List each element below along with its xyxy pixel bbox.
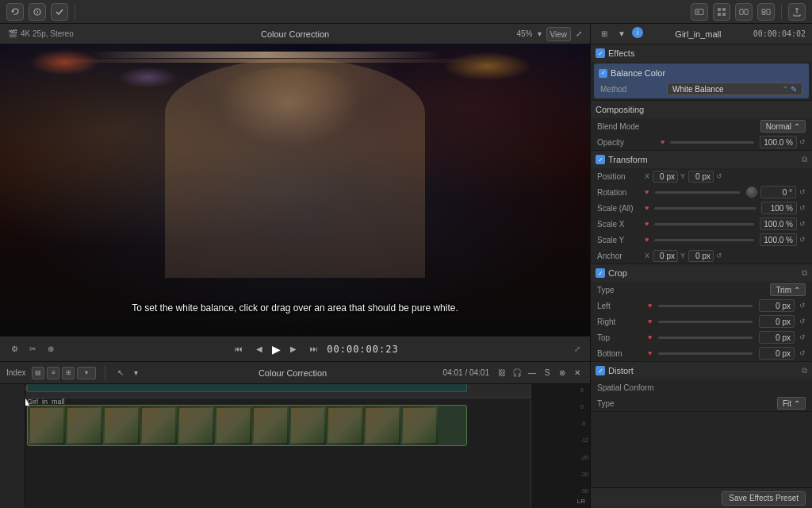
anchor-reset[interactable]: ↺: [716, 252, 722, 260]
effects-section-header[interactable]: ✓ Effects: [591, 44, 812, 62]
crop-bottom-value[interactable]: 0 px: [759, 347, 795, 360]
rotation-reset[interactable]: ↺: [799, 188, 806, 196]
anchor-x-value[interactable]: 0 px: [653, 250, 678, 262]
expand-icon[interactable]: ⤢: [576, 29, 582, 38]
play-button[interactable]: ▶: [272, 343, 281, 356]
scale-y-slider[interactable]: [654, 239, 754, 241]
clip-list-button[interactable]: ≡: [47, 367, 59, 379]
crop-right-slider[interactable]: [658, 321, 753, 323]
crop-top-slider[interactable]: [658, 337, 753, 339]
scale-all-slider[interactable]: [654, 207, 756, 210]
opacity-value[interactable]: 100.0 %: [760, 136, 797, 148]
crop-type-dropdown[interactable]: Trim ⌃: [770, 283, 806, 296]
scale-y-value[interactable]: 100.0 %: [760, 233, 797, 246]
effects-checkbox[interactable]: ✓: [596, 48, 605, 58]
scale-y-reset[interactable]: ↺: [799, 236, 806, 244]
go-start-button[interactable]: ⏮: [231, 341, 247, 357]
clip-size-button[interactable]: ▾: [77, 367, 96, 379]
transform-checkbox[interactable]: ✓: [596, 155, 605, 164]
index-button[interactable]: Index: [6, 368, 25, 377]
crop-checkbox[interactable]: ✓: [596, 268, 605, 278]
crop-left-reset[interactable]: ↺: [799, 302, 806, 310]
compositing-section-header[interactable]: Compositing: [591, 101, 812, 118]
eyedropper-icon[interactable]: ✎: [791, 85, 797, 94]
audio-track[interactable]: [27, 384, 467, 392]
rotation-slider[interactable]: [655, 191, 740, 194]
go-end-button[interactable]: ⏭: [306, 341, 322, 357]
mute-button[interactable]: —: [526, 367, 538, 379]
opacity-reset-icon[interactable]: ↺: [799, 138, 806, 146]
step-forward-button[interactable]: ▶: [285, 341, 301, 357]
chain-button[interactable]: ⛓: [496, 367, 508, 379]
layout2-button[interactable]: [757, 3, 775, 21]
position-reset[interactable]: ↺: [716, 172, 722, 180]
scale-x-value[interactable]: 100.0 %: [760, 217, 797, 230]
share-button[interactable]: [788, 3, 806, 21]
viewer-button[interactable]: [691, 3, 708, 21]
clip-grid-button[interactable]: ⊞: [62, 367, 75, 379]
distort-section-header[interactable]: ✓ Distort ⧉: [591, 362, 812, 379]
headphone-button[interactable]: 🎧: [511, 367, 523, 379]
step-back-button[interactable]: ◀: [251, 341, 267, 357]
balance-color-checkbox[interactable]: ✓: [599, 69, 607, 78]
arrow-tool-button[interactable]: ↖: [114, 367, 127, 379]
crop-top-value[interactable]: 0 px: [759, 331, 795, 344]
transform-expand-icon[interactable]: ⧉: [802, 155, 807, 164]
crop-expand-icon[interactable]: ⧉: [802, 268, 807, 278]
rotation-value[interactable]: 0 °: [760, 186, 796, 198]
transform-tool-button[interactable]: ⊕: [43, 341, 59, 357]
crop-right-reset[interactable]: ↺: [799, 318, 806, 325]
video-track[interactable]: [27, 405, 467, 446]
record-button[interactable]: ⊗: [556, 367, 569, 379]
scale-x-slider[interactable]: [654, 223, 754, 225]
scale-all-value[interactable]: 100 %: [761, 202, 797, 214]
blade-button[interactable]: ✂: [25, 341, 40, 357]
crop-left-slider[interactable]: [658, 305, 753, 307]
scale-y-heart[interactable]: ♥: [645, 236, 649, 244]
distort-type-dropdown[interactable]: Fit ⌃: [777, 397, 806, 410]
crop-right-value[interactable]: 0 px: [759, 315, 795, 328]
distort-expand-icon[interactable]: ⧉: [802, 366, 807, 375]
filter-icon[interactable]: ▼: [615, 27, 629, 41]
clip-view-button[interactable]: ▤: [32, 367, 44, 379]
check-button[interactable]: [51, 3, 68, 21]
redo-button[interactable]: [29, 3, 46, 21]
opacity-slider[interactable]: [670, 141, 754, 144]
scale-all-reset[interactable]: ↺: [799, 204, 806, 212]
crop-section-header[interactable]: ✓ Crop ⧉: [591, 264, 812, 282]
table-icon[interactable]: ⊞: [597, 27, 611, 41]
position-x-value[interactable]: 0 px: [653, 171, 678, 183]
scale-x-heart[interactable]: ♥: [645, 220, 649, 228]
grid-button[interactable]: [713, 3, 730, 21]
layout-button[interactable]: [735, 3, 753, 21]
scale-x-reset[interactable]: ↺: [799, 220, 806, 228]
settings-button[interactable]: ⚙: [6, 341, 22, 357]
scale-heart[interactable]: ♥: [645, 204, 649, 212]
view-button[interactable]: View: [546, 27, 572, 41]
rotation-knob[interactable]: [746, 187, 757, 198]
range-tool-button[interactable]: ▾: [129, 367, 142, 379]
blend-mode-dropdown[interactable]: Normal ⌃: [760, 120, 806, 133]
opacity-heart-icon[interactable]: ♥: [661, 138, 665, 146]
crop-top-heart[interactable]: ♥: [648, 333, 652, 341]
close-timeline-button[interactable]: ✕: [571, 367, 584, 379]
zoom-dropdown-icon[interactable]: ▾: [538, 29, 542, 38]
position-y-value[interactable]: 0 px: [688, 171, 714, 183]
anchor-y-value[interactable]: 0 px: [688, 250, 714, 262]
crop-bottom-reset[interactable]: ↺: [799, 349, 806, 357]
crop-right-heart[interactable]: ♥: [648, 318, 652, 325]
fullscreen-button[interactable]: ⤢: [571, 343, 584, 356]
crop-left-value[interactable]: 0 px: [759, 299, 795, 312]
crop-left-heart[interactable]: ♥: [648, 302, 652, 310]
undo-button[interactable]: [6, 3, 24, 21]
crop-top-reset[interactable]: ↺: [799, 333, 806, 341]
transform-section-header[interactable]: ✓ Transform ⧉: [591, 151, 812, 168]
distort-checkbox[interactable]: ✓: [596, 366, 605, 375]
solo-button[interactable]: S: [541, 367, 553, 379]
save-effects-preset-button[interactable]: Save Effects Preset: [722, 491, 806, 506]
crop-bottom-slider[interactable]: [658, 352, 753, 355]
rotation-heart[interactable]: ♥: [645, 188, 649, 196]
method-value[interactable]: White Balance ⌃ ✎: [667, 83, 802, 95]
crop-bottom-heart[interactable]: ♥: [648, 349, 652, 357]
info-icon[interactable]: i: [632, 27, 643, 38]
